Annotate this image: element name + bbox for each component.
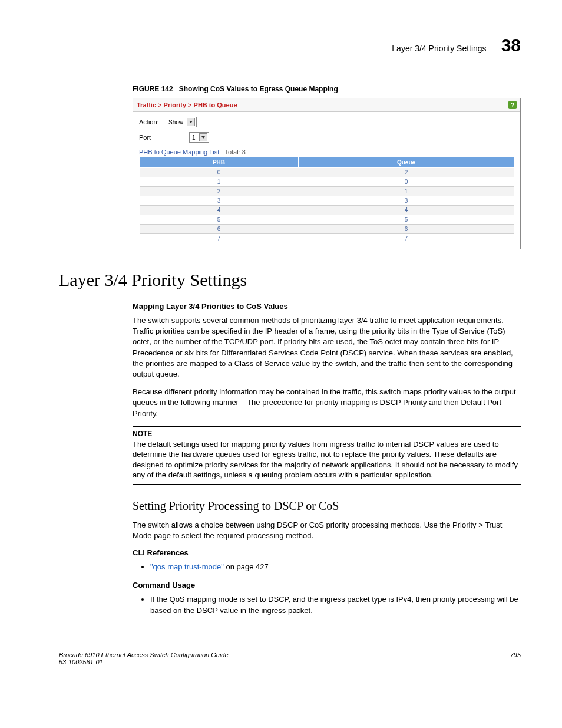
cell-phb: 2 [140, 187, 299, 196]
col-phb: PHB [140, 157, 299, 168]
cli-page-ref: on page 427 [224, 562, 269, 571]
panel-header: Traffic > Priority > PHB to Queue ? [133, 98, 520, 112]
cli-link[interactable]: "qos map trust-mode" [150, 562, 224, 571]
figure-label: FIGURE 142 [133, 85, 173, 93]
page-title: Layer 3/4 Priority Settings [59, 270, 521, 290]
cell-queue: 5 [299, 215, 514, 225]
table-row: 02 [140, 168, 514, 177]
note-block: NOTE The default settings used for mappi… [133, 426, 521, 485]
footer-page-number: 795 [510, 651, 521, 666]
chevron-down-icon [199, 133, 207, 141]
table-row: 10 [140, 177, 514, 187]
figure-caption: FIGURE 142 Showing CoS Values to Egress … [133, 85, 521, 93]
mapping-list-title: PHB to Queue Mapping List Total: 8 [139, 149, 514, 156]
command-usage-title: Command Usage [133, 581, 521, 589]
table-row: 77 [140, 234, 514, 243]
table-row: 21 [140, 187, 514, 196]
subheading-dscp-cos: Setting Priority Processing to DSCP or C… [133, 499, 521, 513]
cell-phb: 5 [140, 215, 299, 225]
list-item: If the QoS mapping mode is set to DSCP, … [150, 594, 521, 615]
action-value: Show [168, 119, 183, 126]
cell-queue: 3 [299, 196, 514, 206]
port-label: Port [139, 134, 189, 141]
chevron-down-icon [187, 118, 195, 126]
config-panel: Traffic > Priority > PHB to Queue ? Acti… [133, 98, 521, 249]
cell-phb: 1 [140, 177, 299, 187]
list-title-text: PHB to Queue Mapping List [139, 149, 219, 156]
subheading-mapping: Mapping Layer 3/4 Priorities to CoS Valu… [133, 302, 521, 311]
footer-doc-title: Brocade 6910 Ethernet Access Switch Conf… [59, 651, 229, 658]
footer-doc-id: 53-1002581-01 [59, 658, 229, 666]
cell-phb: 7 [140, 234, 299, 243]
cell-queue: 2 [299, 168, 514, 177]
table-row: 66 [140, 225, 514, 234]
mapping-table: PHB Queue 0210213344556677 [139, 157, 514, 243]
cell-queue: 1 [299, 187, 514, 196]
table-row: 55 [140, 215, 514, 225]
cli-references-title: CLI References [133, 548, 521, 557]
paragraph: Because different priority information m… [133, 387, 521, 419]
cell-phb: 4 [140, 206, 299, 215]
paragraph: The switch allows a choice between using… [133, 520, 521, 541]
cell-queue: 0 [299, 177, 514, 187]
table-row: 33 [140, 196, 514, 206]
header-section: Layer 3/4 Priority Settings [392, 44, 486, 53]
port-value: 1 [192, 134, 196, 141]
cell-queue: 6 [299, 225, 514, 234]
list-item: "qos map trust-mode" on page 427 [150, 562, 521, 572]
cell-phb: 3 [140, 196, 299, 206]
action-label: Action: [139, 118, 166, 126]
cell-queue: 7 [299, 234, 514, 243]
note-title: NOTE [133, 430, 521, 438]
cell-queue: 4 [299, 206, 514, 215]
list-total: Total: 8 [224, 149, 245, 156]
breadcrumb: Traffic > Priority > PHB to Queue [137, 101, 237, 108]
action-select[interactable]: Show [166, 117, 197, 127]
figure-caption-text: Showing CoS Values to Egress Queue Mappi… [179, 85, 338, 93]
table-row: 44 [140, 206, 514, 215]
cell-phb: 0 [140, 168, 299, 177]
help-icon[interactable]: ? [508, 101, 517, 109]
page-footer: Brocade 6910 Ethernet Access Switch Conf… [59, 651, 521, 666]
port-select[interactable]: 1 [189, 132, 209, 143]
chapter-number: 38 [501, 35, 521, 55]
cell-phb: 6 [140, 225, 299, 234]
paragraph: The switch supports several common metho… [133, 315, 521, 380]
note-text: The default settings used for mapping pr… [133, 439, 521, 480]
col-queue: Queue [299, 157, 514, 168]
